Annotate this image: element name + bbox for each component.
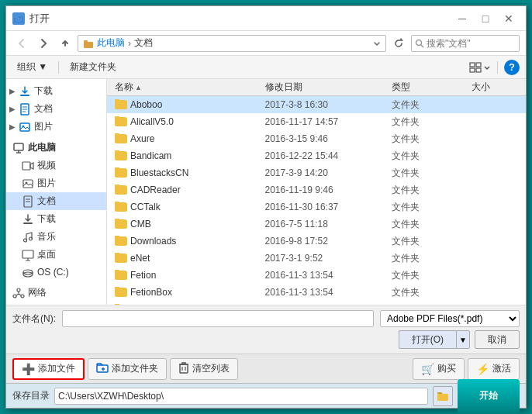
table-row[interactable]: BluestacksCN 2017-3-9 14:20 文件夹 <box>107 164 526 181</box>
add-file-button[interactable]: ➕ 添加文件 <box>12 358 85 380</box>
add-folder-button[interactable]: 添加文件夹 <box>88 358 167 380</box>
sidebar-item-document[interactable]: 文档 <box>6 192 106 210</box>
help-button[interactable]: ? <box>504 60 520 75</box>
network-icon <box>12 287 25 299</box>
dl-icon <box>22 213 34 226</box>
file-type-7: 文件夹 <box>387 218 467 231</box>
table-row[interactable]: CCTalk 2016-11-30 16:37 文件夹 <box>107 198 526 216</box>
refresh-button[interactable] <box>389 35 408 52</box>
table-row[interactable]: Aboboo 2017-3-8 16:30 文件夹 <box>107 96 526 113</box>
folder-icon-11 <box>115 288 127 297</box>
sidebar-item-drive[interactable]: OS (C:) <box>6 264 106 281</box>
clear-list-icon <box>178 361 189 376</box>
add-file-label: 添加文件 <box>38 362 75 375</box>
this-pc-section: 此电脑 视频 图片 文档 下载 <box>6 139 106 281</box>
back-button[interactable] <box>12 34 31 53</box>
up-button[interactable] <box>56 34 74 53</box>
activate-button[interactable]: ⚡ 激活 <box>468 358 520 380</box>
title-controls: ─ □ ✕ <box>451 11 520 26</box>
table-row[interactable]: FetionBox 2016-11-3 13:54 文件夹 <box>107 284 526 301</box>
folder-icon-6 <box>115 202 127 212</box>
maximize-button[interactable]: □ <box>475 11 496 26</box>
breadcrumb-sep: › <box>128 38 131 49</box>
svg-rect-1 <box>15 16 19 18</box>
breadcrumb-bar[interactable]: 此电脑 › 文档 <box>78 35 386 52</box>
desktop-icon <box>22 249 34 261</box>
sidebar-item-pics[interactable]: ▶ 图片 <box>6 118 106 136</box>
save-path-browse-button[interactable] <box>433 386 453 406</box>
sidebar-item-docs[interactable]: ▶ 文档 <box>6 100 106 118</box>
table-row[interactable]: Downloads 2016-9-8 17:52 文件夹 <box>107 233 526 250</box>
trash-icon <box>178 361 189 374</box>
file-type-9: 文件夹 <box>387 252 467 265</box>
sidebar-item-video[interactable]: 视频 <box>6 157 106 174</box>
col-header-date[interactable]: 修改日期 <box>261 79 387 95</box>
svg-rect-18 <box>22 162 30 170</box>
buy-icon: 🛒 <box>421 363 434 375</box>
folder-icon-8 <box>115 236 127 246</box>
open-dropdown[interactable]: ▼ <box>456 330 470 349</box>
file-date-5: 2016-11-19 9:46 <box>261 185 387 195</box>
sidebar-item-picture[interactable]: 图片 <box>6 174 106 192</box>
col-header-type[interactable]: 类型 <box>387 79 467 95</box>
view-button[interactable] <box>469 61 491 74</box>
title-bar-left: 打开 <box>12 12 50 26</box>
toolbar-sep-2 <box>497 61 498 74</box>
sidebar-item-this-pc[interactable]: 此电脑 <box>6 139 106 157</box>
table-row[interactable]: CMB 2016-7-5 11:18 文件夹 <box>107 216 526 233</box>
svg-rect-9 <box>476 68 481 72</box>
open-btn-group: 打开(O) ▼ <box>399 330 470 349</box>
sidebar-video-label: 视频 <box>37 159 56 172</box>
cancel-button[interactable]: 取消 <box>475 330 520 349</box>
picture-icon <box>22 178 34 190</box>
table-row[interactable]: Fetion 2016-11-3 13:54 文件夹 <box>107 267 526 284</box>
table-row[interactable]: Axure 2016-3-15 9:46 文件夹 <box>107 130 526 147</box>
search-bar[interactable] <box>411 35 520 52</box>
table-row[interactable]: CADReader 2016-11-19 9:46 文件夹 <box>107 181 526 198</box>
table-row[interactable]: eNet 2017-3-1 9:52 文件夹 <box>107 250 526 267</box>
file-type-8: 文件夹 <box>387 235 467 248</box>
svg-line-5 <box>421 44 424 47</box>
save-path-input[interactable] <box>54 388 428 405</box>
drive-icon <box>22 266 34 278</box>
minimize-button[interactable]: ─ <box>451 11 473 26</box>
nav-bar: 此电脑 › 文档 <box>6 31 526 56</box>
sidebar-picture-label: 图片 <box>37 177 56 190</box>
svg-rect-8 <box>470 68 475 72</box>
buy-button[interactable]: 🛒 购买 <box>413 358 465 380</box>
col-size-label: 大小 <box>472 81 490 94</box>
table-row[interactable]: Bandicam 2016-12-22 15:44 文件夹 <box>107 147 526 164</box>
svg-point-30 <box>17 288 20 292</box>
sidebar-item-downloads[interactable]: 下载 <box>6 210 106 228</box>
organize-button[interactable]: 组织 ▼ <box>12 59 52 75</box>
folder-icon-3 <box>115 151 127 160</box>
col-header-size[interactable]: 大小 <box>467 79 523 95</box>
col-header-name[interactable]: 名称 ▲ <box>110 79 261 95</box>
file-date-0: 2017-3-8 16:30 <box>261 99 387 110</box>
svg-point-4 <box>416 40 422 45</box>
bottom-bar: 文件名(N): Adobe PDF Files(*.pdf) 打开(O) ▼ 取… <box>6 305 526 354</box>
sidebar-desktop-label: 桌面 <box>37 248 56 261</box>
filetype-select[interactable]: Adobe PDF Files(*.pdf) <box>380 310 520 327</box>
new-folder-button[interactable]: 新建文件夹 <box>65 59 121 75</box>
open-button[interactable]: 打开(O) <box>399 330 456 349</box>
breadcrumb-this-pc[interactable]: 此电脑 <box>97 36 125 50</box>
sidebar-item-network[interactable]: 网络 <box>6 284 106 302</box>
folder-icon-1 <box>115 117 127 126</box>
search-input[interactable] <box>427 38 532 49</box>
toolbar-sep-1 <box>58 61 59 74</box>
sidebar-item-download[interactable]: ▶ 下载 <box>6 82 106 100</box>
sidebar-item-music[interactable]: 音乐 <box>6 228 106 246</box>
table-row[interactable]: AlicallV5.0 2016-11-17 14:57 文件夹 <box>107 113 526 130</box>
start-button[interactable]: 开始 <box>458 379 520 413</box>
file-type-1: 文件夹 <box>387 116 467 129</box>
close-button[interactable]: ✕ <box>498 11 520 26</box>
arrow-icon: ▶ <box>9 87 16 95</box>
svg-point-26 <box>29 237 33 240</box>
sidebar-item-desktop[interactable]: 桌面 <box>6 246 106 264</box>
sort-arrow: ▲ <box>135 84 142 91</box>
this-pc-label: 此电脑 <box>28 141 56 154</box>
filename-input[interactable] <box>62 310 374 327</box>
clear-list-button[interactable]: 清空列表 <box>170 358 238 380</box>
forward-button[interactable] <box>34 34 53 53</box>
